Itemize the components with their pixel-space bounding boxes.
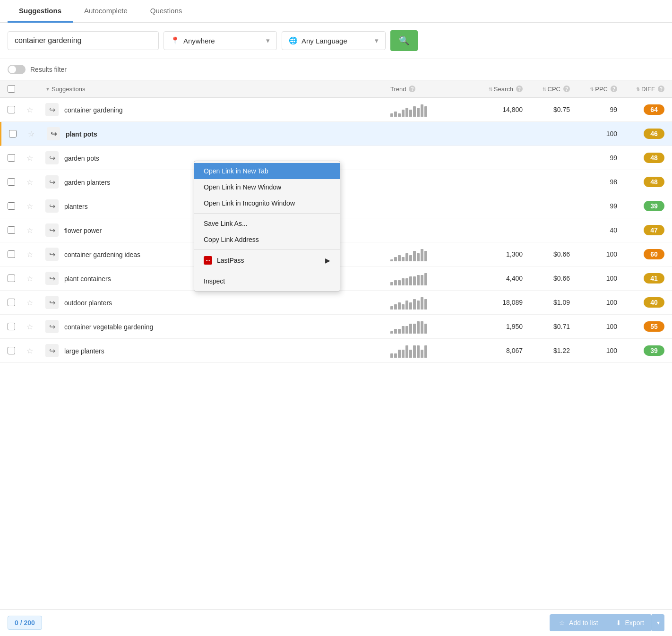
row-trend (390, 103, 466, 117)
trend-bar (417, 253, 420, 261)
ppc-help-icon[interactable]: ? (611, 86, 617, 92)
context-menu-item-lastpass[interactable]: ··· LastPass ▶ (194, 252, 340, 269)
row-checkbox[interactable] (8, 250, 15, 258)
header-search[interactable]: ⇅ Search ? (466, 86, 523, 93)
row-checkbox-col (8, 299, 26, 306)
link-icon[interactable]: ↪ (45, 296, 59, 309)
row-checkbox[interactable] (8, 323, 15, 330)
tab-suggestions[interactable]: Suggestions (8, 0, 73, 23)
search-button[interactable]: 🔍 (390, 30, 418, 51)
context-menu-copy-label: Copy Link Address (204, 236, 259, 243)
search-help-icon[interactable]: ? (516, 86, 523, 92)
trend-bar (394, 329, 397, 334)
trend-bar (405, 301, 408, 309)
header-cpc[interactable]: ⇅ CPC ? (523, 86, 570, 93)
trend-bar (413, 324, 416, 334)
row-diff: 48 (617, 177, 664, 187)
location-select[interactable]: 📍 Anywhere ▾ (164, 31, 277, 50)
context-menu-inspect-label: Inspect (204, 277, 225, 285)
row-cpc: $0.75 (523, 106, 570, 113)
trend-bar (424, 273, 427, 285)
row-checkbox[interactable] (9, 130, 17, 138)
link-icon[interactable]: ↪ (47, 127, 60, 140)
header-suggestions-label: Suggestions (52, 86, 86, 93)
row-star-col[interactable]: ☆ (26, 202, 45, 211)
trend-bar (424, 106, 427, 117)
export-button[interactable]: ⬇ Export (608, 614, 652, 631)
row-checkbox[interactable] (8, 202, 15, 210)
row-checkbox[interactable] (8, 275, 15, 282)
lastpass-icon: ··· (204, 256, 212, 265)
link-icon[interactable]: ↪ (45, 151, 59, 164)
count-badge: 0 / 200 (8, 616, 42, 630)
row-star-col[interactable]: ☆ (26, 322, 45, 331)
results-filter-toggle[interactable] (8, 65, 26, 74)
row-star-col[interactable]: ☆ (26, 274, 45, 283)
header-suggestions[interactable]: ▼ Suggestions (45, 86, 390, 93)
language-select[interactable]: 🌐 Any Language ▾ (282, 31, 386, 50)
row-checkbox[interactable] (8, 178, 15, 186)
suggestions-sort-icon: ▼ (45, 86, 50, 92)
link-icon[interactable]: ↪ (45, 248, 59, 261)
trend-bar (390, 353, 393, 358)
row-star-col[interactable]: ☆ (26, 346, 45, 355)
tab-autocomplete[interactable]: Autocomplete (73, 0, 139, 23)
row-diff: 40 (617, 297, 664, 308)
select-all-checkbox[interactable] (8, 85, 15, 93)
header-search-label: Search (494, 86, 513, 93)
add-to-list-button[interactable]: ☆ Add to list (550, 614, 607, 631)
row-star-col[interactable]: ☆ (26, 226, 45, 235)
row-checkbox[interactable] (8, 299, 15, 306)
star-icon: ☆ (26, 202, 33, 211)
row-star-col[interactable]: ☆ (26, 178, 45, 187)
link-icon[interactable]: ↪ (45, 223, 59, 237)
row-keyword: ↪ container vegetable gardening (45, 320, 390, 333)
star-icon: ☆ (559, 619, 565, 627)
row-star-col[interactable]: ☆ (26, 298, 45, 307)
header-ppc[interactable]: ⇅ PPC ? (570, 86, 617, 93)
header-diff[interactable]: ⇅ DIFF ? (617, 86, 664, 93)
trend-bar (398, 302, 401, 309)
export-dropdown-button[interactable]: ▾ (652, 614, 664, 631)
trend-bar (409, 350, 412, 358)
context-menu-item-new-tab[interactable]: Open Link in New Tab (194, 163, 340, 179)
row-checkbox[interactable] (8, 347, 15, 354)
context-menu-item-copy[interactable]: Copy Link Address (194, 232, 340, 248)
trend-bar (394, 304, 397, 309)
link-icon[interactable]: ↪ (45, 344, 59, 357)
link-icon[interactable]: ↪ (45, 103, 59, 116)
trend-bar (402, 278, 405, 285)
row-keyword: ↪ container gardening (45, 103, 390, 116)
cpc-help-icon[interactable]: ? (563, 86, 570, 92)
link-icon[interactable]: ↪ (45, 199, 59, 213)
trend-bar (424, 345, 427, 358)
row-checkbox-col (8, 275, 26, 282)
link-icon[interactable]: ↪ (45, 272, 59, 285)
row-star-col[interactable]: ☆ (26, 154, 45, 163)
link-icon[interactable]: ↪ (45, 320, 59, 333)
row-checkbox[interactable] (8, 106, 15, 113)
trend-help-icon[interactable]: ? (409, 86, 415, 92)
context-menu-item-new-window[interactable]: Open Link in New Window (194, 179, 340, 195)
tab-questions[interactable]: Questions (139, 0, 194, 23)
row-star-col[interactable]: ☆ (26, 250, 45, 259)
row-star-col[interactable]: ☆ (28, 129, 47, 138)
context-menu-item-inspect[interactable]: Inspect (194, 273, 340, 289)
context-menu-item-save[interactable]: Save Link As... (194, 215, 340, 232)
link-icon[interactable]: ↪ (45, 175, 59, 189)
toggle-knob (9, 66, 16, 73)
row-diff: 48 (617, 153, 664, 163)
keyword-input[interactable] (8, 31, 159, 50)
diff-help-icon[interactable]: ? (658, 86, 664, 92)
star-icon: ☆ (26, 178, 33, 187)
trend-bar (402, 304, 405, 309)
context-menu-item-incognito[interactable]: Open Link in Incognito Window (194, 195, 340, 211)
trend-bar (390, 306, 393, 309)
row-search: 4,400 (466, 275, 523, 282)
row-star-col[interactable]: ☆ (26, 105, 45, 114)
diff-badge: 55 (644, 321, 664, 332)
row-checkbox[interactable] (8, 226, 15, 234)
header-trend-label: Trend (390, 86, 406, 93)
tabs-bar: Suggestions Autocomplete Questions (0, 0, 672, 23)
row-checkbox[interactable] (8, 154, 15, 162)
